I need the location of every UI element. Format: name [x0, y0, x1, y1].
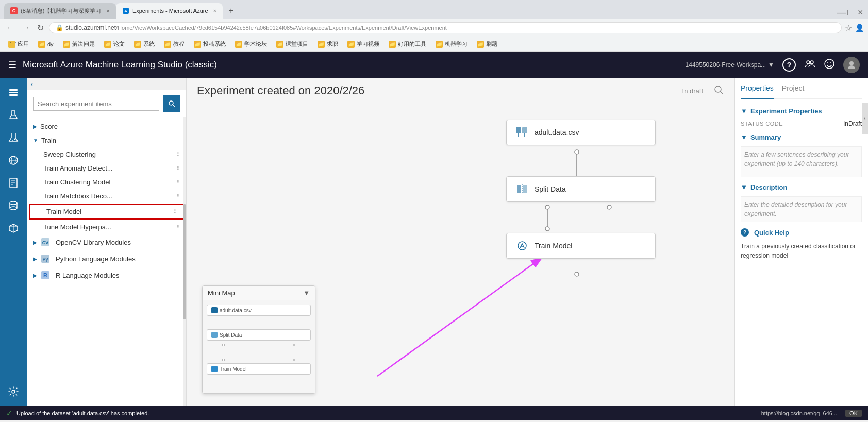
user-settings-icon[interactable] — [804, 58, 815, 72]
opencv-icon: CV — [40, 237, 51, 247]
job-icon: 📁 — [318, 41, 325, 48]
bookmark-submit-label: 投稿系统 — [203, 40, 226, 48]
sidebar-category-r[interactable]: ▶ R R Language Modules — [27, 267, 186, 283]
smiley-icon[interactable] — [824, 58, 835, 72]
tab-project[interactable]: Project — [782, 84, 805, 94]
sidebar-category-train[interactable]: ▼ Train — [27, 133, 186, 147]
node-split-data[interactable]: Split Data — [506, 176, 656, 202]
r-arrow: ▶ — [33, 273, 37, 278]
maximize-button[interactable]: □ — [847, 8, 854, 14]
drag-handle-4: ⠿ — [176, 193, 180, 199]
mini-map-dropdown[interactable]: ▼ — [303, 289, 310, 297]
bookmark-submit[interactable]: 📁 投稿系统 — [190, 39, 230, 49]
sidebar-item-tune-model[interactable]: Tune Model Hyperpa... ⠿ — [27, 220, 186, 234]
sidebar-item-train-model[interactable]: Train Model ⠿ — [29, 204, 184, 220]
status-badge: In draft — [682, 87, 703, 95]
minimize-button[interactable]: — — [837, 8, 843, 14]
sidebar-item-train-anomaly[interactable]: Train Anomaly Detect... ⠿ — [27, 161, 186, 175]
bookmark-brush[interactable]: 📁 刷题 — [473, 39, 502, 49]
hamburger-menu[interactable]: ☰ — [8, 59, 16, 71]
exp-props-title: Experiment Properties — [750, 107, 822, 115]
sidebar-category-score[interactable]: ▶ Score — [27, 120, 186, 133]
dy-icon: 📁 — [38, 41, 45, 48]
svg-rect-10 — [9, 94, 18, 96]
status-ok-button[interactable]: OK — [845, 410, 862, 417]
panel-tabs: Properties Project — [741, 84, 862, 99]
svg-point-42 — [607, 205, 611, 209]
svg-point-39 — [575, 150, 579, 154]
bookmark-tutorial[interactable]: 📁 教程 — [160, 39, 189, 49]
tab-csdn[interactable]: C (8条消息)【机器学习与深度学习 × — [4, 3, 116, 19]
bookmark-forum[interactable]: 📁 学术论坛 — [231, 39, 271, 49]
search-canvas-button[interactable] — [713, 85, 724, 97]
svg-point-13 — [12, 140, 13, 141]
sidebar-category-python[interactable]: ▶ Py Python Language Modules — [27, 250, 186, 267]
train-model-label: Train Model — [46, 208, 81, 215]
train-clustering-label: Train Clustering Model — [43, 178, 110, 186]
node-adult-data[interactable]: adult.data.csv — [506, 120, 656, 145]
sidebar-item-sweep-clustering[interactable]: Sweep Clustering ⠿ — [27, 147, 186, 161]
bookmark-dy[interactable]: 📁 dy — [34, 40, 58, 49]
tab-csdn-close[interactable]: × — [106, 8, 109, 14]
solve-icon: 📁 — [63, 41, 70, 48]
tab-azure-close[interactable]: × — [213, 8, 216, 14]
bookmark-job-label: 求职 — [327, 40, 338, 48]
summary-text[interactable]: Enter a few sentences describing your ex… — [741, 146, 862, 177]
node-train-model[interactable]: Train Model — [506, 233, 656, 259]
mini-split-icon — [211, 332, 218, 338]
vnav-settings[interactable] — [3, 381, 24, 402]
bookmark-star[interactable]: ☆ — [845, 23, 852, 33]
forward-button[interactable]: → — [20, 22, 32, 33]
summary-header[interactable]: ▼ Summary — [741, 133, 862, 141]
back-button[interactable]: ← — [4, 22, 16, 33]
summary-title: Summary — [750, 133, 781, 141]
bookmark-apps[interactable]: ⋮⋮ 应用 — [4, 39, 33, 49]
bookmark-ml[interactable]: 📁 机器学习 — [431, 39, 472, 49]
bookmark-solve[interactable]: 📁 解决问题 — [59, 39, 99, 49]
refresh-button[interactable]: ↻ — [35, 22, 46, 34]
search-input[interactable] — [33, 97, 159, 111]
description-header[interactable]: ▼ Description — [741, 183, 862, 191]
vnav-cube[interactable] — [3, 218, 24, 239]
tab-csdn-label: (8条消息)【机器学习与深度学习 — [21, 7, 101, 15]
status-code-field: STATUS CODE InDraft — [741, 120, 862, 127]
vnav-cylinder[interactable] — [3, 195, 24, 216]
panel-expand-btn[interactable]: › — [862, 103, 868, 134]
vnav-layers[interactable] — [3, 82, 24, 103]
bookmark-class[interactable]: 📁 课堂项目 — [272, 39, 312, 49]
sidebar-collapse-btn[interactable]: ‹ — [27, 78, 186, 90]
scroll-indicator[interactable] — [183, 117, 186, 406]
description-text[interactable]: Enter the detailed description for your … — [741, 196, 862, 222]
tab-properties[interactable]: Properties — [741, 84, 774, 99]
sidebar-item-train-clustering[interactable]: Train Clustering Model ⠿ — [27, 175, 186, 189]
address-bar[interactable]: 🔒 studio.azureml.net/Home/ViewWorkspaceC… — [49, 22, 842, 33]
vnav-beaker[interactable] — [3, 127, 24, 148]
vnav-document[interactable] — [3, 173, 24, 193]
tab-azure[interactable]: A Experiments - Microsoft Azure × — [116, 3, 223, 19]
bookmark-forum-label: 学术论坛 — [244, 40, 267, 48]
new-tab-button[interactable]: + — [225, 5, 237, 17]
vnav-flask[interactable] — [3, 105, 24, 125]
quick-help-header[interactable]: ? Quick Help — [741, 228, 862, 237]
search-button[interactable] — [163, 95, 180, 112]
status-link[interactable]: https://blog.csdn.net/qq_646... — [761, 410, 837, 416]
bookmark-video[interactable]: 📁 学习视频 — [343, 39, 383, 49]
user-profile-icon[interactable]: 👤 — [855, 24, 864, 32]
sidebar-category-opencv[interactable]: ▶ CV OpenCV Library Modules — [27, 234, 186, 250]
user-avatar[interactable] — [843, 57, 860, 73]
vnav-globe[interactable] — [3, 150, 24, 171]
bookmark-ml-label: 机器学习 — [445, 40, 468, 48]
close-button[interactable]: × — [858, 8, 864, 14]
workspace-selector[interactable]: 1449550206-Free-Workspa... ▼ — [686, 61, 774, 69]
experiment-title: Experiment created on 2020/2/26 — [197, 84, 682, 97]
help-button[interactable]: ? — [782, 58, 796, 72]
experiment-properties-header[interactable]: ▼ Experiment Properties — [741, 107, 862, 115]
sidebar-item-train-matchbox[interactable]: Train Matchbox Reco... ⠿ — [27, 189, 186, 203]
bookmark-paper[interactable]: 📁 论文 — [100, 39, 129, 49]
tools-icon: 📁 — [389, 41, 396, 48]
python-label: Python Language Modules — [56, 255, 136, 263]
bookmark-system[interactable]: 📁 系统 — [130, 39, 159, 49]
bookmark-tools[interactable]: 📁 好用的工具 — [385, 39, 430, 49]
url-domain: studio.azureml.net — [65, 24, 116, 31]
bookmark-job[interactable]: 📁 求职 — [313, 39, 342, 49]
